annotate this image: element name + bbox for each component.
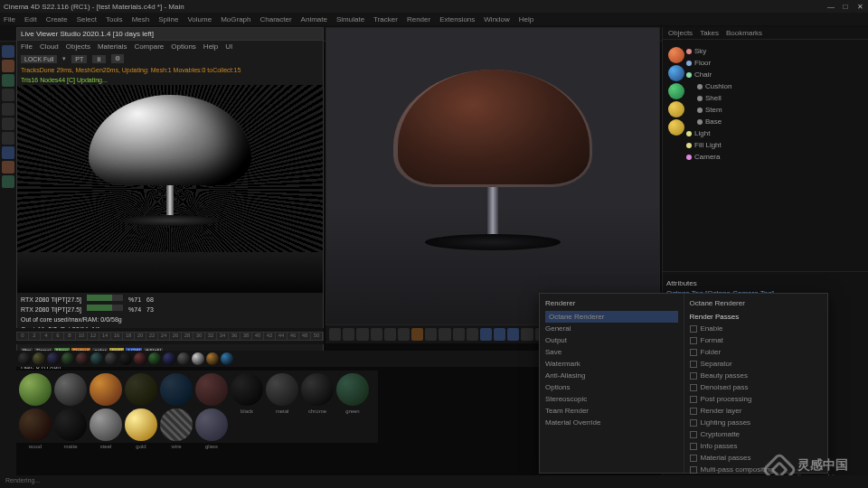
material-bell[interactable]: bell [19,373,52,406]
material-green[interactable]: green [336,373,369,406]
swatch-0[interactable] [18,352,31,365]
material-MIX[interactable]: MIX [90,373,122,406]
tool-workplane-icon[interactable] [2,132,14,145]
tool-points-icon[interactable] [2,146,14,159]
lv-menu-help[interactable]: Help [203,42,218,51]
swatch-8[interactable] [134,352,146,365]
viewport-tool-6[interactable] [411,328,423,341]
pass-folder[interactable]: Folder [690,346,823,358]
lv-menu-objects[interactable]: Objects [66,42,90,51]
viewport-tool-1[interactable] [343,328,354,341]
tree-node-chair[interactable]: Chair [686,69,864,80]
tree-node-shell[interactable]: Shell [686,92,864,104]
swatch-2[interactable] [47,352,60,365]
rset-stereoscopic[interactable]: Stereoscopic [545,393,678,405]
menu-spline[interactable]: Spline [158,15,178,23]
lv-menu-compare[interactable]: Compare [134,42,164,51]
swatch-5[interactable] [90,352,103,365]
material-velvet[interactable]: velvet [160,373,193,406]
tool-scale-icon[interactable] [2,60,14,72]
filter-button[interactable]: PT [71,55,87,63]
swatch-7[interactable] [119,352,132,365]
viewport-tool-0[interactable] [329,328,341,341]
render-preview[interactable] [17,85,323,293]
settings-icon[interactable]: ⚙ [111,54,124,63]
menu-mograph[interactable]: MoGraph [221,15,250,23]
menu-mesh[interactable]: Mesh [132,15,150,23]
swatch-12[interactable] [192,352,204,365]
pass-render layer[interactable]: Render layer [690,405,823,417]
viewport-tool-8[interactable] [439,328,450,341]
swatch-10[interactable] [163,352,175,365]
swatch-13[interactable] [206,352,219,365]
pause-icon[interactable]: ⏸ [92,55,106,63]
lv-menu-materials[interactable]: Materials [98,42,127,51]
menu-create[interactable]: Create [46,15,68,23]
tree-node-stem[interactable]: Stem [686,104,864,116]
tool-select-icon[interactable] [2,89,14,101]
material-leather[interactable]: leather [125,373,157,406]
material-glass[interactable]: glass [195,408,228,441]
tab-bookmarks[interactable]: Bookmarks [726,29,762,37]
tree-node-fill light[interactable]: Fill Light [686,139,864,151]
swatch-14[interactable] [221,352,233,365]
pass-post processing[interactable]: Post processing [690,393,823,405]
lv-menu-options[interactable]: Options [171,42,196,51]
tree-node-sky[interactable]: Sky [686,45,864,57]
minimize-icon[interactable]: — [826,3,835,11]
tree-node-light[interactable]: Light [686,127,864,139]
material-fabric[interactable]: fabric [195,373,228,406]
maximize-icon[interactable]: □ [841,3,850,11]
viewport-tool-2[interactable] [356,328,368,341]
tool-edges-icon[interactable] [2,161,14,174]
pass-separator[interactable]: Separator [690,358,823,370]
menu-render[interactable]: Render [407,15,430,23]
rset-team render[interactable]: Team Render [545,405,678,417]
pass-lighting passes[interactable]: Lighting passes [690,417,823,428]
tool-move-icon[interactable] [2,45,14,58]
tab-takes[interactable]: Takes [700,29,719,37]
pass-denoised pass[interactable]: Denoised pass [690,381,823,393]
rset-watermark[interactable]: Watermark [545,358,678,370]
menu-help[interactable]: Help [519,15,533,23]
tool-axis-icon[interactable] [2,103,14,116]
object-light-icon[interactable] [668,101,684,117]
material-chrome[interactable]: chrome [301,373,334,406]
tool-rotate-icon[interactable] [2,74,14,87]
menu-window[interactable]: Window [484,15,509,23]
viewport-3d[interactable]: ⊹ [326,27,660,325]
viewport-tool-14[interactable] [521,328,533,341]
material-gold[interactable]: gold [125,408,157,441]
menu-tracker[interactable]: Tracker [373,15,398,23]
viewport-tool-13[interactable] [507,328,519,341]
pass-cryptomatte[interactable]: Cryptomatte [690,428,823,440]
menu-file[interactable]: File [4,15,15,23]
lock-button[interactable]: LOCK Full [21,55,57,63]
menu-tools[interactable]: Tools [106,15,123,23]
menu-simulate[interactable]: Simulate [336,15,364,23]
viewport-tool-5[interactable] [398,328,410,341]
object-floor-icon[interactable] [668,65,684,81]
rset-output[interactable]: Output [545,334,678,346]
tree-node-camera[interactable]: Camera [686,151,864,163]
pass-enable[interactable]: Enable [690,323,823,334]
swatch-3[interactable] [61,352,74,365]
tree-node-cushion[interactable]: Cushion [686,80,864,92]
material-wire[interactable]: wire [160,408,193,441]
viewport-tool-3[interactable] [371,328,382,341]
tree-node-floor[interactable]: Floor [686,57,864,69]
lv-menu-ui[interactable]: UI [225,42,232,51]
rset-material override[interactable]: Material Override [545,417,678,428]
lv-menu-file[interactable]: File [21,42,33,51]
viewport-tool-10[interactable] [467,328,478,341]
rset-save[interactable]: Save [545,346,678,358]
viewport-tool-9[interactable] [453,328,465,341]
tool-polys-icon[interactable] [2,175,14,188]
menu-character[interactable]: Character [259,15,291,23]
swatch-4[interactable] [76,352,89,365]
menu-animate[interactable]: Animate [301,15,327,23]
rset-options[interactable]: Options [545,381,678,393]
menu-select[interactable]: Select [77,15,97,23]
swatch-9[interactable] [148,352,161,365]
menu-volume[interactable]: Volume [187,15,212,23]
